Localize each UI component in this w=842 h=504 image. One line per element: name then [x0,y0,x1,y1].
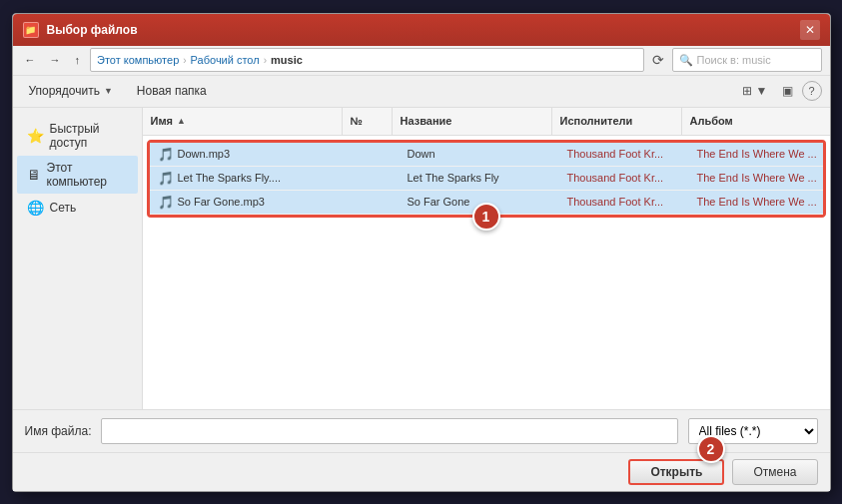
pane-button[interactable]: ▣ [777,81,798,101]
title-bar-left: 📁 Выбор файлов [23,22,138,38]
star-icon: ⭐ [27,128,44,144]
file-name-cell: 🎵 So Far Gone.mp3 [150,191,350,214]
search-placeholder: Поиск в: music [697,54,771,66]
sidebar-label-quick-access: Быстрый доступ [50,122,128,150]
col-header-title[interactable]: Название [393,108,552,135]
button-row: Открыть Отмена 2 [13,452,830,491]
dialog-title: Выбор файлов [47,23,138,37]
sidebar-item-quick-access[interactable]: ⭐ Быстрый доступ [17,117,138,155]
action-bar: Упорядочить ▼ Новая папка ⊞ ▼ ▣ ? [13,76,830,108]
nav-bar: ← → ↑ Этот компьютер › Рабочий стол › mu… [13,46,830,76]
organize-button[interactable]: Упорядочить ▼ [21,81,121,101]
help-button[interactable]: ? [802,81,822,101]
file-album-cell: The End Is Where We ... [689,191,830,214]
file-title-cell: Down [400,143,559,166]
new-folder-button[interactable]: Новая папка [129,81,215,101]
sidebar-item-network[interactable]: 🌐 Сеть [17,195,138,221]
network-icon: 🌐 [27,200,44,216]
col-header-name[interactable]: Имя ▲ [143,108,343,135]
view-toggle-button[interactable]: ⊞ ▼ [737,81,772,101]
close-button[interactable]: ✕ [800,20,820,40]
file-title-cell: Let The Sparks Fly [400,167,559,190]
search-box[interactable]: 🔍 Поиск в: music [672,48,822,72]
cancel-button[interactable]: Отмена [732,459,817,485]
view-controls: ⊞ ▼ ▣ ? [737,81,821,101]
back-button[interactable]: ← [21,52,40,68]
address-bar: Этот компьютер › Рабочий стол › music [90,48,644,72]
breadcrumb-computer[interactable]: Этот компьютер [97,54,179,66]
selected-files-group: 🎵 Down.mp3 Down Thousand Foot Kr... [147,140,826,218]
organize-arrow: ▼ [104,86,113,96]
file-icon: 🎵 [158,195,174,210]
up-button[interactable]: ↑ [71,52,85,68]
badge-1: 1 [472,203,500,231]
computer-icon: 🖥 [27,167,41,183]
file-number-cell [350,191,400,214]
title-bar: 📁 Выбор файлов ✕ [13,14,830,46]
sidebar-item-this-pc[interactable]: 🖥 Этот компьютер [17,156,138,194]
refresh-button[interactable]: ⟳ [650,50,666,70]
file-dialog: 📁 Выбор файлов ✕ ← → ↑ Этот компьютер › … [12,13,831,492]
sidebar: ⭐ Быстрый доступ 🖥 Этот компьютер 🌐 Сеть [13,108,143,409]
table-row[interactable]: 🎵 Down.mp3 Down Thousand Foot Kr... [150,143,823,167]
table-header: Имя ▲ № Название Исполнители Альбом [143,108,830,136]
filename-input[interactable] [101,418,677,444]
breadcrumb-current: music [271,54,303,66]
file-artist-cell: Thousand Foot Kr... [559,191,689,214]
file-artist-cell: Thousand Foot Kr... [559,143,689,166]
file-album-cell: The End Is Where We ... [689,143,830,166]
main-area: ⭐ Быстрый доступ 🖥 Этот компьютер 🌐 Сеть… [13,108,830,409]
breadcrumb-desktop[interactable]: Рабочий стол [191,54,260,66]
search-icon: 🔍 [679,54,693,67]
file-name-cell: 🎵 Let The Sparks Fly.... [150,167,350,190]
forward-button[interactable]: → [46,52,65,68]
file-name-cell: 🎵 Down.mp3 [150,143,350,166]
sidebar-label-this-pc: Этот компьютер [47,161,128,189]
badge-2: 2 [697,435,725,463]
filename-label: Имя файла: [25,424,92,438]
sort-arrow: ▲ [177,116,186,126]
col-header-artist[interactable]: Исполнители [552,108,682,135]
file-number-cell [350,167,400,190]
file-number-cell [350,143,400,166]
sidebar-label-network: Сеть [50,201,77,215]
file-icon: 🎵 [158,147,174,162]
dialog-icon: 📁 [23,22,39,38]
file-artist-cell: Thousand Foot Kr... [559,167,689,190]
table-row[interactable]: 🎵 Let The Sparks Fly.... Let The Sparks … [150,167,823,191]
file-area: Имя ▲ № Название Исполнители Альбом [143,108,830,409]
col-header-album[interactable]: Альбом [682,108,830,135]
file-album-cell: The End Is Where We ... [689,167,830,190]
col-header-number[interactable]: № [343,108,393,135]
file-icon: 🎵 [158,171,174,186]
